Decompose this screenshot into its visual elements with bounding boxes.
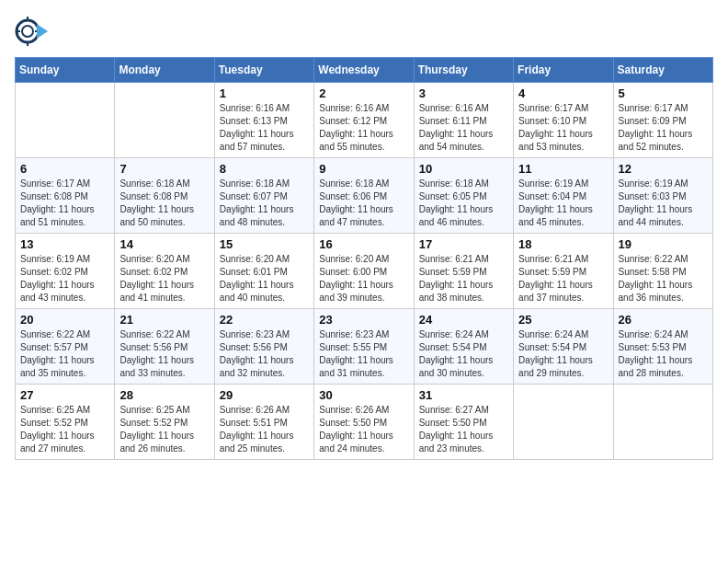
calendar-cell: 8Sunrise: 6:18 AM Sunset: 6:07 PM Daylig… bbox=[214, 158, 313, 234]
calendar-cell: 31Sunrise: 6:27 AM Sunset: 5:50 PM Dayli… bbox=[414, 385, 513, 460]
cell-day-number: 14 bbox=[119, 237, 209, 251]
cell-sun-info: Sunrise: 6:18 AM Sunset: 6:08 PM Dayligh… bbox=[119, 178, 209, 229]
cell-day-number: 23 bbox=[319, 313, 408, 327]
cell-day-number: 13 bbox=[20, 237, 109, 251]
cell-sun-info: Sunrise: 6:23 AM Sunset: 5:56 PM Dayligh… bbox=[220, 328, 309, 380]
calendar-cell: 25Sunrise: 6:24 AM Sunset: 5:54 PM Dayli… bbox=[514, 309, 613, 385]
cell-sun-info: Sunrise: 6:16 AM Sunset: 6:13 PM Dayligh… bbox=[220, 102, 309, 154]
calendar-cell bbox=[613, 385, 712, 460]
cell-sun-info: Sunrise: 6:22 AM Sunset: 5:57 PM Dayligh… bbox=[20, 328, 109, 380]
cell-sun-info: Sunrise: 6:24 AM Sunset: 5:54 PM Dayligh… bbox=[518, 328, 608, 380]
calendar-cell: 17Sunrise: 6:21 AM Sunset: 5:59 PM Dayli… bbox=[414, 234, 513, 309]
weekday-header-saturday: Saturday bbox=[613, 58, 712, 83]
cell-sun-info: Sunrise: 6:22 AM Sunset: 5:58 PM Dayligh… bbox=[619, 253, 708, 304]
cell-day-number: 9 bbox=[319, 162, 408, 176]
weekday-header-tuesday: Tuesday bbox=[214, 58, 313, 83]
cell-day-number: 16 bbox=[319, 237, 408, 251]
cell-day-number: 1 bbox=[220, 86, 309, 100]
calendar-header-row: SundayMondayTuesdayWednesdayThursdayFrid… bbox=[16, 58, 713, 83]
calendar-cell: 3Sunrise: 6:16 AM Sunset: 6:11 PM Daylig… bbox=[414, 83, 513, 158]
cell-sun-info: Sunrise: 6:24 AM Sunset: 5:53 PM Dayligh… bbox=[619, 328, 708, 380]
cell-day-number: 15 bbox=[220, 237, 309, 251]
calendar-cell: 13Sunrise: 6:19 AM Sunset: 6:02 PM Dayli… bbox=[16, 234, 115, 309]
cell-sun-info: Sunrise: 6:26 AM Sunset: 5:50 PM Dayligh… bbox=[319, 404, 408, 455]
cell-day-number: 3 bbox=[419, 86, 508, 100]
calendar-cell: 22Sunrise: 6:23 AM Sunset: 5:56 PM Dayli… bbox=[214, 309, 313, 385]
cell-sun-info: Sunrise: 6:21 AM Sunset: 5:59 PM Dayligh… bbox=[419, 253, 508, 304]
calendar-cell: 5Sunrise: 6:17 AM Sunset: 6:09 PM Daylig… bbox=[613, 83, 712, 158]
cell-sun-info: Sunrise: 6:22 AM Sunset: 5:56 PM Dayligh… bbox=[119, 328, 209, 380]
cell-day-number: 11 bbox=[518, 162, 608, 176]
calendar-cell: 1Sunrise: 6:16 AM Sunset: 6:13 PM Daylig… bbox=[214, 83, 313, 158]
cell-day-number: 18 bbox=[518, 237, 608, 251]
calendar-week-row: 6Sunrise: 6:17 AM Sunset: 6:08 PM Daylig… bbox=[16, 158, 713, 234]
calendar-cell: 30Sunrise: 6:26 AM Sunset: 5:50 PM Dayli… bbox=[314, 385, 414, 460]
cell-day-number: 25 bbox=[518, 313, 608, 327]
cell-sun-info: Sunrise: 6:21 AM Sunset: 5:59 PM Dayligh… bbox=[518, 253, 608, 304]
page-header bbox=[15, 15, 713, 48]
calendar-cell: 27Sunrise: 6:25 AM Sunset: 5:52 PM Dayli… bbox=[16, 385, 115, 460]
cell-sun-info: Sunrise: 6:18 AM Sunset: 6:06 PM Dayligh… bbox=[319, 178, 408, 229]
cell-sun-info: Sunrise: 6:19 AM Sunset: 6:03 PM Dayligh… bbox=[619, 178, 708, 229]
weekday-header-monday: Monday bbox=[115, 58, 214, 83]
svg-point-1 bbox=[22, 26, 33, 37]
cell-day-number: 8 bbox=[220, 162, 309, 176]
cell-sun-info: Sunrise: 6:23 AM Sunset: 5:55 PM Dayligh… bbox=[319, 328, 408, 380]
cell-sun-info: Sunrise: 6:16 AM Sunset: 6:11 PM Dayligh… bbox=[419, 102, 508, 154]
calendar-week-row: 20Sunrise: 6:22 AM Sunset: 5:57 PM Dayli… bbox=[16, 309, 713, 385]
cell-sun-info: Sunrise: 6:19 AM Sunset: 6:04 PM Dayligh… bbox=[518, 178, 608, 229]
calendar-cell: 24Sunrise: 6:24 AM Sunset: 5:54 PM Dayli… bbox=[414, 309, 513, 385]
cell-day-number: 19 bbox=[619, 237, 708, 251]
cell-sun-info: Sunrise: 6:18 AM Sunset: 6:05 PM Dayligh… bbox=[419, 178, 508, 229]
calendar-cell: 20Sunrise: 6:22 AM Sunset: 5:57 PM Dayli… bbox=[16, 309, 115, 385]
cell-day-number: 21 bbox=[119, 313, 209, 327]
calendar-cell: 16Sunrise: 6:20 AM Sunset: 6:00 PM Dayli… bbox=[314, 234, 414, 309]
calendar-cell: 11Sunrise: 6:19 AM Sunset: 6:04 PM Dayli… bbox=[514, 158, 613, 234]
calendar-cell: 2Sunrise: 6:16 AM Sunset: 6:12 PM Daylig… bbox=[314, 83, 414, 158]
calendar-cell: 19Sunrise: 6:22 AM Sunset: 5:58 PM Dayli… bbox=[613, 234, 712, 309]
cell-day-number: 26 bbox=[619, 313, 708, 327]
cell-day-number: 24 bbox=[419, 313, 508, 327]
cell-sun-info: Sunrise: 6:16 AM Sunset: 6:12 PM Dayligh… bbox=[319, 102, 408, 154]
cell-sun-info: Sunrise: 6:20 AM Sunset: 6:01 PM Dayligh… bbox=[220, 253, 309, 304]
calendar-cell: 15Sunrise: 6:20 AM Sunset: 6:01 PM Dayli… bbox=[214, 234, 313, 309]
calendar-cell: 29Sunrise: 6:26 AM Sunset: 5:51 PM Dayli… bbox=[214, 385, 313, 460]
calendar-cell: 21Sunrise: 6:22 AM Sunset: 5:56 PM Dayli… bbox=[115, 309, 214, 385]
cell-sun-info: Sunrise: 6:25 AM Sunset: 5:52 PM Dayligh… bbox=[119, 404, 209, 455]
calendar-cell: 18Sunrise: 6:21 AM Sunset: 5:59 PM Dayli… bbox=[514, 234, 613, 309]
cell-day-number: 7 bbox=[119, 162, 209, 176]
cell-day-number: 27 bbox=[20, 388, 109, 402]
cell-sun-info: Sunrise: 6:18 AM Sunset: 6:07 PM Dayligh… bbox=[220, 178, 309, 229]
weekday-header-sunday: Sunday bbox=[16, 58, 115, 83]
calendar-cell: 4Sunrise: 6:17 AM Sunset: 6:10 PM Daylig… bbox=[514, 83, 613, 158]
cell-day-number: 2 bbox=[319, 86, 408, 100]
calendar-cell: 10Sunrise: 6:18 AM Sunset: 6:05 PM Dayli… bbox=[414, 158, 513, 234]
cell-sun-info: Sunrise: 6:17 AM Sunset: 6:09 PM Dayligh… bbox=[619, 102, 708, 154]
cell-day-number: 20 bbox=[20, 313, 109, 327]
calendar-cell: 23Sunrise: 6:23 AM Sunset: 5:55 PM Dayli… bbox=[314, 309, 414, 385]
calendar-cell: 6Sunrise: 6:17 AM Sunset: 6:08 PM Daylig… bbox=[16, 158, 115, 234]
cell-sun-info: Sunrise: 6:20 AM Sunset: 6:00 PM Dayligh… bbox=[319, 253, 408, 304]
calendar-cell: 26Sunrise: 6:24 AM Sunset: 5:53 PM Dayli… bbox=[613, 309, 712, 385]
cell-sun-info: Sunrise: 6:20 AM Sunset: 6:02 PM Dayligh… bbox=[119, 253, 209, 304]
calendar-cell: 12Sunrise: 6:19 AM Sunset: 6:03 PM Dayli… bbox=[613, 158, 712, 234]
weekday-header-thursday: Thursday bbox=[414, 58, 513, 83]
cell-sun-info: Sunrise: 6:19 AM Sunset: 6:02 PM Dayligh… bbox=[20, 253, 109, 304]
cell-day-number: 17 bbox=[419, 237, 508, 251]
cell-sun-info: Sunrise: 6:27 AM Sunset: 5:50 PM Dayligh… bbox=[419, 404, 508, 455]
calendar-cell: 28Sunrise: 6:25 AM Sunset: 5:52 PM Dayli… bbox=[115, 385, 214, 460]
cell-day-number: 28 bbox=[119, 388, 209, 402]
calendar-cell bbox=[16, 83, 115, 158]
cell-sun-info: Sunrise: 6:17 AM Sunset: 6:08 PM Dayligh… bbox=[20, 178, 109, 229]
cell-day-number: 31 bbox=[419, 388, 508, 402]
cell-sun-info: Sunrise: 6:17 AM Sunset: 6:10 PM Dayligh… bbox=[518, 102, 608, 154]
calendar-cell bbox=[115, 83, 214, 158]
svg-marker-6 bbox=[37, 24, 48, 39]
cell-day-number: 22 bbox=[220, 313, 309, 327]
cell-day-number: 10 bbox=[419, 162, 508, 176]
cell-day-number: 6 bbox=[20, 162, 109, 176]
cell-day-number: 4 bbox=[518, 86, 608, 100]
calendar-cell: 14Sunrise: 6:20 AM Sunset: 6:02 PM Dayli… bbox=[115, 234, 214, 309]
calendar-week-row: 1Sunrise: 6:16 AM Sunset: 6:13 PM Daylig… bbox=[16, 83, 713, 158]
calendar-cell bbox=[514, 385, 613, 460]
